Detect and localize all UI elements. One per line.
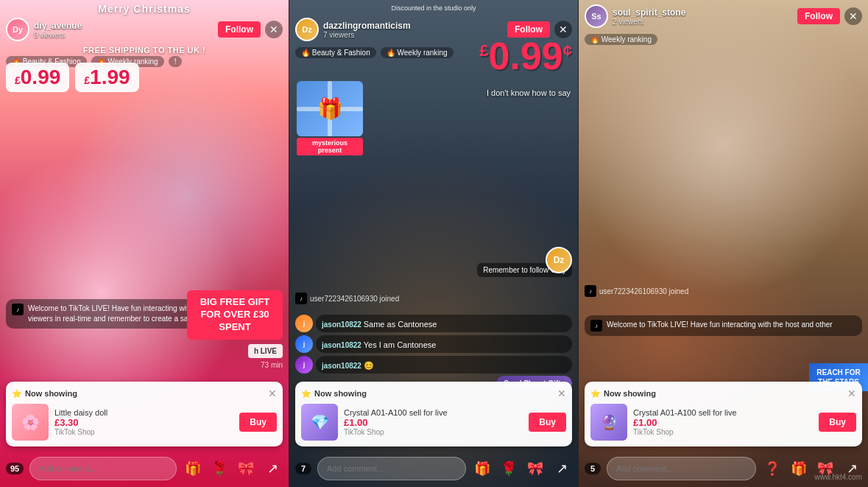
buy-button-1[interactable]: Buy	[239, 413, 277, 432]
chat-bubble-2: jason10822 Yes I am Cantonese	[316, 335, 572, 353]
star-icon-2: ⭐	[301, 389, 311, 399]
comment-input-3[interactable]	[607, 457, 756, 480]
stream-panel-2: Discounted in the studio only Dz dazzlin…	[289, 0, 579, 487]
gift-box-area: 🎁 mysteriouspresent	[297, 81, 363, 155]
question-icon-3[interactable]: ❓	[762, 458, 783, 479]
avatar-3: Ss	[585, 4, 608, 28]
user-info-2: dazzlingromanticism 7 viewers	[323, 21, 503, 39]
product-info-3: Crystal A01-A100 sell for live £1.00 Tik…	[633, 408, 813, 436]
welcome-text-3: Welcome to TikTok LIVE! Have fun interac…	[607, 320, 833, 330]
chat-avatar-3: j	[295, 356, 313, 374]
avatar-1: Dy	[6, 18, 29, 41]
stream-panel-3: Ss soul_spirit_stone 2 viewers Follow ✕ …	[579, 0, 868, 487]
join-notification-area-3: ♪ user7223426106930 joined	[585, 285, 862, 299]
buy-button-2[interactable]: Buy	[529, 413, 566, 432]
now-showing-header-3: ⭐ Now showing ✕	[590, 388, 856, 399]
username-2: dazzlingromanticism	[323, 21, 503, 31]
overlay-avatar-2: Dz	[546, 247, 572, 273]
comment-input-1[interactable]	[29, 457, 177, 480]
share-icon-2[interactable]: ↗	[551, 458, 572, 479]
shipping-banner: FREE SHIPPING TO THE UK !	[0, 46, 289, 55]
avatar-2: Dz	[295, 18, 319, 41]
tiktok-icon-3: ♪	[585, 285, 596, 297]
star-icon-3: ⭐	[590, 389, 601, 399]
user-info-3: soul_spirit_stone 2 viewers	[613, 7, 793, 26]
chat-user-1: jason10822	[322, 320, 364, 329]
now-showing-label-1: ⭐ Now showing	[12, 389, 77, 399]
stream-content-1: Dy diy_avenue 9 viewers Follow ✕ FREE SH…	[0, 0, 289, 487]
product-name-1: Little daisy doll	[54, 408, 233, 417]
chat-user-2: jason10822	[322, 341, 364, 349]
comment-input-2[interactable]	[317, 457, 466, 480]
studio-note: Discounted in the studio only	[289, 4, 578, 12]
join-msg-3: ♪ user7223426106930 joined	[585, 285, 862, 297]
product-price-1: £3.30	[54, 417, 233, 428]
now-showing-body-1: 🌸 Little daisy doll £3.30 TikTok Shop Bu…	[12, 404, 277, 441]
gift2-icon-3[interactable]: 🎀	[815, 458, 836, 479]
big-price-currency-2: £	[479, 41, 488, 60]
chat-user-3: jason10822	[322, 362, 364, 370]
product-price-2: £1.00	[344, 417, 523, 428]
welcome-bubble-3: ♪ Welcome to TikTok LIVE! Have fun inter…	[585, 315, 862, 336]
join-text-3: user7223426106930 joined	[599, 287, 688, 295]
chat-text-2: Yes I am Cantonese	[364, 340, 437, 349]
price-badge-099: £0.99	[6, 63, 69, 92]
viewer-count-3: 2 viewers	[613, 18, 793, 26]
join-msg-2: ♪ user7223426106930 joined	[295, 292, 572, 304]
chat-msg-1: j jason10822 Same as Cantonese	[295, 315, 572, 332]
gift-icon-1[interactable]: 🎁	[183, 458, 203, 479]
tiktok-icon-3b: ♪	[590, 320, 602, 332]
now-showing-label-3: ⭐ Now showing	[590, 389, 656, 399]
rose-icon-2[interactable]: 🌹	[498, 458, 519, 479]
product-name-2: Crystal A01-A100 sell for live	[344, 408, 523, 417]
close-button-1[interactable]: ✕	[265, 21, 283, 38]
viewer-badge-1: 95	[6, 463, 24, 474]
share-icon-1[interactable]: ↗	[262, 458, 283, 479]
product-thumb-2: 💎	[301, 404, 338, 441]
now-showing-close-1[interactable]: ✕	[268, 388, 277, 399]
now-showing-text-3: Now showing	[604, 389, 656, 398]
gift2-icon-2[interactable]: 🎀	[525, 458, 546, 479]
big-price-value-2: £0.99¢	[479, 37, 572, 75]
username-3: soul_spirit_stone	[613, 7, 793, 18]
gift-icon-3[interactable]: 🎁	[788, 458, 809, 479]
viewer-badge-3: 5	[585, 463, 601, 474]
shipping-text: FREE SHIPPING TO THE UK !	[6, 46, 283, 55]
now-showing-card-3: ⭐ Now showing ✕ 🔮 Crystal A01-A100 sell …	[585, 382, 862, 446]
follow-button-3[interactable]: Follow	[797, 8, 840, 24]
now-showing-body-3: 🔮 Crystal A01-A100 sell for live £1.00 T…	[590, 404, 856, 441]
product-info-2: Crystal A01-A100 sell for live £1.00 Tik…	[344, 408, 523, 436]
buy-button-3[interactable]: Buy	[819, 413, 856, 432]
join-notification-area-2: ♪ user7223426106930 joined	[295, 292, 572, 306]
welcome-area-3: ♪ Welcome to TikTok LIVE! Have fun inter…	[585, 315, 862, 336]
chat-msg-2: j jason10822 Yes I am Cantonese	[295, 335, 572, 353]
rose-icon-1[interactable]: 🌹	[209, 458, 230, 479]
timer-1: 73 min	[261, 361, 283, 369]
price-badges-1: £0.99 £1.99	[6, 63, 283, 92]
gift-icon-2[interactable]: 🎁	[472, 458, 493, 479]
star-icon-1: ⭐	[12, 389, 22, 399]
product-thumb-3: 🔮	[590, 404, 627, 441]
now-showing-text-2: Now showing	[314, 389, 367, 398]
now-showing-close-2[interactable]: ✕	[557, 388, 566, 399]
close-button-3[interactable]: ✕	[844, 7, 862, 25]
gift-box: 🎁	[297, 81, 363, 136]
mysterious-label: mysteriouspresent	[297, 138, 363, 155]
chat-msg-3: j jason10822 😊	[295, 356, 572, 374]
top-bar-3: Ss soul_spirit_stone 2 viewers Follow ✕	[579, 0, 868, 32]
tag-weekly-ranking-2: 🔥 Weekly ranking	[381, 47, 454, 58]
follow-button-1[interactable]: Follow	[218, 21, 261, 38]
now-showing-text-1: Now showing	[25, 389, 77, 398]
product-info-1: Little daisy doll £3.30 TikTok Shop	[54, 408, 233, 436]
now-showing-close-3[interactable]: ✕	[847, 388, 856, 399]
share-icon-3[interactable]: ↗	[841, 458, 862, 479]
gift2-icon-1[interactable]: 🎀	[236, 458, 256, 479]
gift-emoji: 🎁	[317, 97, 343, 121]
product-shop-1: TikTok Shop	[54, 428, 233, 436]
user-info-1: diy_avenue 9 viewers	[34, 21, 214, 39]
now-showing-header-2: ⭐ Now showing ✕	[301, 388, 566, 399]
viewer-count-1: 9 viewers	[34, 31, 214, 39]
now-showing-body-2: 💎 Crystal A01-A100 sell for live £1.00 T…	[301, 404, 566, 441]
stream-panel-1: Merry Christmas Dy diy_avenue 9 viewers …	[0, 0, 289, 487]
tiktok-icon-1: ♪	[12, 304, 24, 315]
